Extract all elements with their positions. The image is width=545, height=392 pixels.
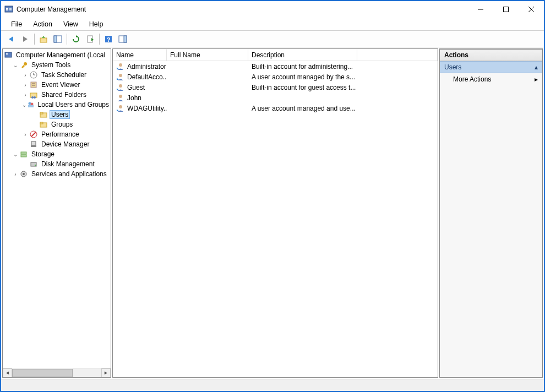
statusbar xyxy=(1,379,544,391)
disk-icon xyxy=(29,160,38,168)
list-row[interactable]: Administrator Built-in account for admin… xyxy=(113,61,438,72)
svg-point-34 xyxy=(30,103,33,106)
folder-icon xyxy=(39,120,48,129)
actions-section-users[interactable]: Users ▴ xyxy=(440,61,542,73)
tree-disk-management[interactable]: Disk Management xyxy=(3,159,111,169)
maximize-button[interactable] xyxy=(493,1,519,18)
show-hide-action-button[interactable] xyxy=(116,32,129,46)
scroll-right-button[interactable]: ► xyxy=(101,368,111,378)
cell-name: DefaultAcco... xyxy=(127,73,167,81)
svg-rect-27 xyxy=(31,82,36,88)
user-icon xyxy=(116,62,125,71)
tree[interactable]: Computer Management (Local ⌄ System Tool… xyxy=(3,49,111,368)
svg-rect-5 xyxy=(504,7,509,12)
list-body[interactable]: Administrator Built-in account for admin… xyxy=(113,61,438,377)
tree-local-users-groups[interactable]: ⌄ Local Users and Groups xyxy=(3,100,111,110)
close-button[interactable] xyxy=(519,1,544,18)
svg-rect-30 xyxy=(30,93,37,97)
tree-root[interactable]: Computer Management (Local xyxy=(3,50,111,60)
tree-shared-folders[interactable]: › Shared Folders xyxy=(3,90,111,100)
services-icon xyxy=(19,170,28,178)
svg-marker-58 xyxy=(117,109,119,111)
actions-pane: Actions Users ▴ More Actions ▸ xyxy=(439,48,543,378)
svg-marker-11 xyxy=(42,36,45,38)
export-button[interactable] xyxy=(84,32,97,46)
svg-rect-37 xyxy=(40,112,43,114)
refresh-button[interactable] xyxy=(69,32,83,46)
user-icon xyxy=(116,104,125,113)
svg-point-50 xyxy=(119,63,122,67)
toolbar: ? xyxy=(1,31,544,47)
tree-device-manager[interactable]: Device Manager xyxy=(3,139,111,149)
chevron-right-icon[interactable]: › xyxy=(21,72,29,78)
tree-storage[interactable]: ⌄ Storage xyxy=(3,149,111,159)
list-header: Name Full Name Description xyxy=(113,49,438,61)
minimize-button[interactable] xyxy=(468,1,493,18)
list-row[interactable]: John xyxy=(113,92,438,103)
col-header-extra[interactable] xyxy=(357,49,438,61)
help-button[interactable]: ? xyxy=(102,32,115,46)
list-row[interactable]: Guest Built-in account for guest access … xyxy=(113,82,438,92)
chevron-right-icon[interactable]: › xyxy=(12,171,19,177)
chevron-down-icon[interactable]: ⌄ xyxy=(12,151,19,157)
svg-rect-13 xyxy=(54,36,57,42)
user-icon xyxy=(116,73,125,81)
svg-marker-9 xyxy=(23,36,28,42)
tools-icon xyxy=(19,61,28,69)
tree-task-scheduler[interactable]: › Task Scheduler xyxy=(3,70,111,80)
svg-rect-44 xyxy=(21,152,26,154)
event-icon xyxy=(29,80,38,89)
svg-point-49 xyxy=(23,173,25,175)
svg-rect-2 xyxy=(6,9,8,10)
forward-button[interactable] xyxy=(19,32,32,46)
menu-view[interactable]: View xyxy=(58,19,84,30)
menu-help[interactable]: Help xyxy=(84,19,109,30)
list-row[interactable]: DefaultAcco... A user account managed by… xyxy=(113,72,438,82)
computer-management-icon xyxy=(4,51,13,59)
svg-rect-3 xyxy=(9,8,12,10)
up-button[interactable] xyxy=(37,32,50,46)
col-header-fullname[interactable]: Full Name xyxy=(167,49,248,61)
window-controls xyxy=(468,1,544,18)
chevron-right-icon[interactable]: › xyxy=(21,132,29,138)
actions-more[interactable]: More Actions ▸ xyxy=(440,73,542,85)
scroll-thumb[interactable] xyxy=(12,369,73,377)
storage-icon xyxy=(19,150,28,159)
svg-text:?: ? xyxy=(107,36,111,43)
list-row[interactable]: WDAGUtility... A user account managed an… xyxy=(113,103,438,113)
titlebar: Computer Management xyxy=(1,1,544,18)
app-icon xyxy=(4,5,13,14)
svg-marker-53 xyxy=(117,78,119,80)
cell-description: A user account managed and use... xyxy=(248,105,438,112)
show-hide-tree-button[interactable] xyxy=(51,32,64,46)
tree-performance[interactable]: › Performance xyxy=(3,129,111,139)
tree-groups[interactable]: Groups xyxy=(3,119,111,129)
svg-rect-21 xyxy=(5,52,12,57)
chevron-right-icon[interactable]: › xyxy=(21,92,29,98)
back-button[interactable] xyxy=(4,32,18,46)
clock-icon xyxy=(29,70,38,79)
chevron-down-icon[interactable]: ⌄ xyxy=(21,102,27,108)
svg-marker-8 xyxy=(9,36,13,42)
user-icon xyxy=(116,94,125,102)
tree-system-tools[interactable]: ⌄ System Tools xyxy=(3,60,111,70)
tree-event-viewer[interactable]: › Event Viewer xyxy=(3,80,111,90)
cell-name: WDAGUtility... xyxy=(127,105,167,112)
menu-action[interactable]: Action xyxy=(28,19,58,30)
chevron-right-icon[interactable]: › xyxy=(21,82,29,88)
tree-services-apps[interactable]: › Services and Applications xyxy=(3,169,111,179)
svg-rect-46 xyxy=(31,162,36,166)
col-header-description[interactable]: Description xyxy=(248,49,357,61)
tree-users[interactable]: Users xyxy=(3,110,111,119)
tree-horizontal-scrollbar[interactable]: ◄ ► xyxy=(3,368,111,377)
col-header-name[interactable]: Name xyxy=(113,49,167,61)
svg-point-23 xyxy=(24,62,27,66)
svg-point-32 xyxy=(34,96,36,99)
menu-file[interactable]: File xyxy=(6,19,28,30)
users-groups-icon xyxy=(27,100,35,109)
user-icon xyxy=(116,83,125,92)
svg-rect-10 xyxy=(40,38,47,42)
scroll-left-button[interactable]: ◄ xyxy=(3,368,12,378)
svg-rect-45 xyxy=(21,155,26,157)
chevron-down-icon[interactable]: ⌄ xyxy=(12,62,19,68)
